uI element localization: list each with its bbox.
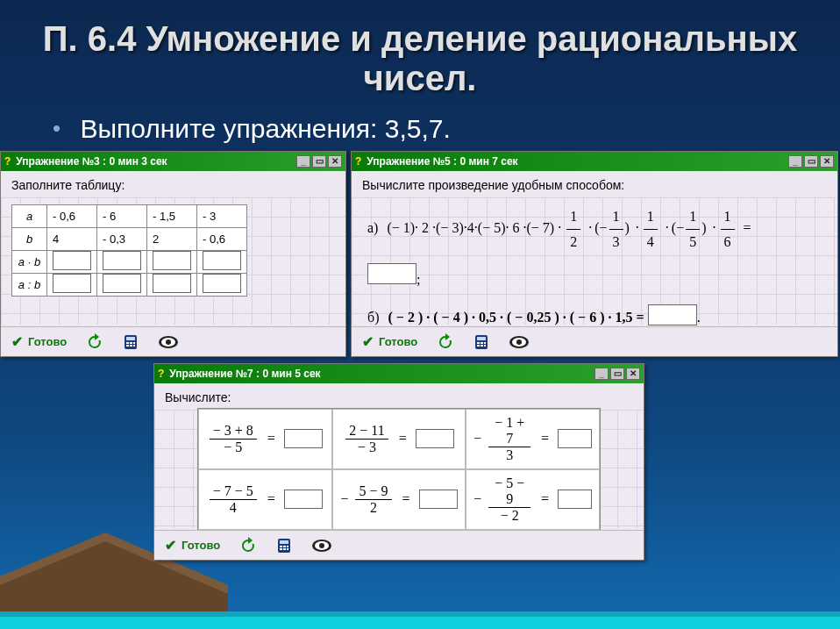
equals-sign: = xyxy=(541,491,549,507)
label-b: б) xyxy=(367,310,379,325)
view-button[interactable] xyxy=(158,335,179,349)
bottom-toolbar-ex5: ✔Готово xyxy=(352,326,837,356)
help-icon: ? xyxy=(4,152,11,171)
svg-rect-10 xyxy=(130,345,132,347)
fraction: − 3 + 8− 5 xyxy=(210,423,257,455)
minus-prefix: − xyxy=(473,491,481,507)
titlebar-ex5[interactable]: ? Упражнение №5 : 0 мин 7 сек _ ▭ ✕ xyxy=(352,152,837,171)
close-button[interactable]: ✕ xyxy=(820,155,834,168)
svg-rect-7 xyxy=(130,342,132,344)
numerator: − 1 + 7 xyxy=(488,415,530,447)
ready-button[interactable]: ✔ Готово xyxy=(11,333,67,350)
answer-input[interactable] xyxy=(103,274,141,293)
maximize-button[interactable]: ▭ xyxy=(610,368,624,380)
answer-input[interactable] xyxy=(416,429,454,448)
answer-input[interactable] xyxy=(284,429,323,448)
svg-rect-33 xyxy=(287,548,288,550)
fraction: 5 − 92 xyxy=(355,483,391,516)
numerator: 5 − 9 xyxy=(355,483,391,500)
calculator-icon xyxy=(473,334,489,350)
cell-b-0: 4 xyxy=(47,228,97,251)
prompt-ex7: Вычислите: xyxy=(154,383,644,410)
numerator: − 3 + 8 xyxy=(210,423,257,440)
refresh-button[interactable] xyxy=(86,333,103,351)
answer-input[interactable] xyxy=(558,490,592,509)
svg-rect-22 xyxy=(484,345,486,347)
minimize-button[interactable]: _ xyxy=(788,155,802,168)
equals-sign: = xyxy=(267,491,275,507)
calculator-button[interactable] xyxy=(276,538,292,554)
ready-label: Готово xyxy=(28,335,67,348)
answer-input-b[interactable] xyxy=(648,304,697,325)
answer-input[interactable] xyxy=(203,274,241,293)
fraction-cell: −− 1 + 73= xyxy=(466,409,600,469)
bottom-toolbar-ex3: ✔ Готово xyxy=(1,326,345,356)
check-icon: ✔ xyxy=(165,537,176,554)
slide-title: П. 6.4 Умножение и деление рациональных … xyxy=(0,0,840,107)
denominator: 4 xyxy=(210,500,257,516)
cell-b-3: - 0,6 xyxy=(197,228,247,251)
answer-input[interactable] xyxy=(153,274,191,293)
fraction-cell: − 7 − 54= xyxy=(198,469,332,530)
cell-a-3: - 3 xyxy=(197,205,247,228)
svg-rect-29 xyxy=(283,546,286,547)
expression-a: а) (− 1)· 2 ·(− 3)·4·(− 5)· 6 ·(− 7) · 1… xyxy=(362,201,827,263)
calculator-button[interactable] xyxy=(123,334,139,350)
help-icon: ? xyxy=(355,152,361,171)
help-icon: ? xyxy=(158,364,164,383)
close-button[interactable]: ✕ xyxy=(626,368,640,380)
equals-sign: = xyxy=(541,431,549,447)
slide-subtitle: • Выполните упражнения: 3,5,7. xyxy=(0,107,840,151)
answer-input-a[interactable] xyxy=(367,263,416,284)
maximize-button[interactable]: ▭ xyxy=(312,155,326,168)
view-button[interactable] xyxy=(311,539,332,553)
svg-rect-32 xyxy=(283,548,286,550)
window-exercise-7: ? Упражнение №7 : 0 мин 5 сек _ ▭ ✕ Вычи… xyxy=(153,363,644,561)
ready-button[interactable]: ✔Готово xyxy=(165,537,220,554)
calculator-button[interactable] xyxy=(473,334,489,350)
fraction: − 7 − 54 xyxy=(210,483,257,516)
close-button[interactable]: ✕ xyxy=(328,155,342,168)
refresh-icon xyxy=(86,333,103,351)
view-button[interactable] xyxy=(509,335,530,349)
title-ex3: Упражнение №3 : 0 мин 3 сек xyxy=(16,152,296,171)
fraction-cell: −− 5 − 9− 2= xyxy=(466,469,600,530)
cell-b-2: 2 xyxy=(147,228,197,251)
title-ex7: Упражнение №7 : 0 мин 5 сек xyxy=(169,364,594,383)
fraction-cell: − 3 + 8− 5= xyxy=(198,409,332,469)
titlebar-ex7[interactable]: ? Упражнение №7 : 0 мин 5 сек _ ▭ ✕ xyxy=(154,364,644,383)
answer-input[interactable] xyxy=(53,274,91,293)
equals-sign: = xyxy=(399,431,407,447)
answer-input[interactable] xyxy=(284,490,323,509)
svg-rect-3 xyxy=(0,611,840,617)
check-icon: ✔ xyxy=(362,333,374,350)
titlebar-ex3[interactable]: ? Упражнение №3 : 0 мин 3 сек _ ▭ ✕ xyxy=(1,152,345,171)
window-exercise-5: ? Упражнение №5 : 0 мин 7 сек _ ▭ ✕ Вычи… xyxy=(351,151,838,357)
ready-label: Готово xyxy=(379,335,417,348)
svg-rect-18 xyxy=(481,342,483,344)
answer-input[interactable] xyxy=(153,251,191,270)
check-icon: ✔ xyxy=(11,333,23,350)
row-header-b: b xyxy=(12,228,47,251)
fraction: 2 − 11− 3 xyxy=(345,423,388,455)
eye-icon xyxy=(158,335,179,349)
answer-input[interactable] xyxy=(103,251,141,270)
minimize-button[interactable]: _ xyxy=(296,155,310,168)
row-header-adivb: a : b xyxy=(12,274,47,297)
refresh-button[interactable] xyxy=(239,537,257,554)
answer-input[interactable] xyxy=(203,251,241,270)
refresh-icon xyxy=(239,537,257,554)
answer-input[interactable] xyxy=(558,429,592,448)
answer-input[interactable] xyxy=(419,490,458,509)
minimize-button[interactable]: _ xyxy=(594,368,609,380)
denominator: − 2 xyxy=(488,508,530,524)
expr-a-lead: (− 1)· 2 ·(− 3)·4·(− 5)· 6 ·(− 7) · xyxy=(387,220,561,235)
ready-button[interactable]: ✔Готово xyxy=(362,333,417,350)
maximize-button[interactable]: ▭ xyxy=(804,155,818,168)
svg-rect-16 xyxy=(477,337,486,340)
refresh-icon xyxy=(437,333,454,351)
cell-a-1: - 6 xyxy=(97,205,147,228)
svg-rect-30 xyxy=(287,546,288,547)
answer-input[interactable] xyxy=(53,251,91,270)
refresh-button[interactable] xyxy=(437,333,454,351)
